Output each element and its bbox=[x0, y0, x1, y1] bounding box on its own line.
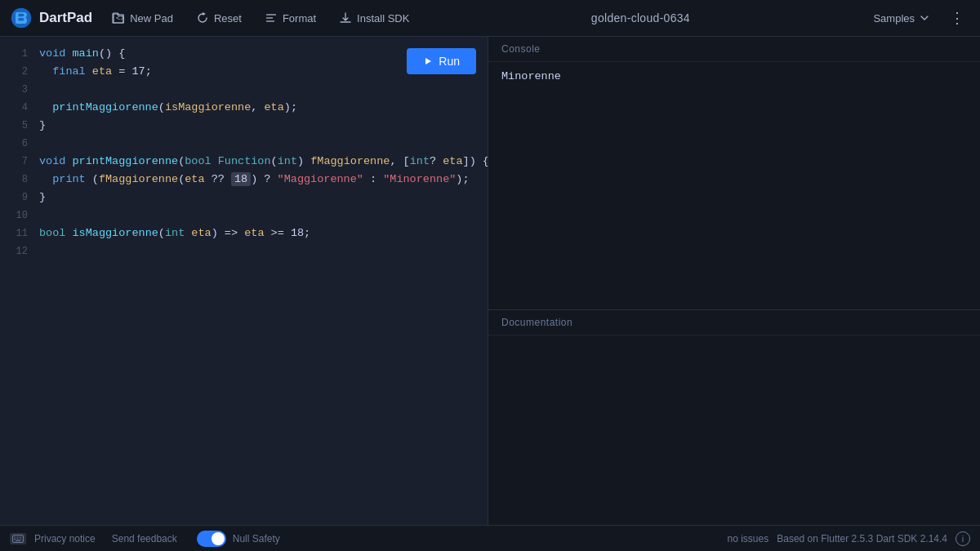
logo-text: DartPad bbox=[39, 10, 92, 26]
code-content bbox=[39, 242, 479, 260]
console-label: Console bbox=[488, 37, 980, 62]
run-label: Run bbox=[439, 55, 460, 68]
keyboard-icon bbox=[10, 533, 26, 544]
null-safety-label: Null Safety bbox=[233, 533, 280, 544]
line-number: 1 bbox=[8, 47, 28, 62]
line-number: 11 bbox=[8, 226, 28, 242]
line-number: 4 bbox=[8, 100, 28, 116]
code-line: 3 bbox=[0, 81, 488, 99]
code-content bbox=[39, 207, 479, 224]
more-options-button[interactable]: ⋮ bbox=[944, 5, 970, 31]
svg-rect-5 bbox=[13, 535, 24, 542]
issues-badge: no issues bbox=[728, 533, 769, 544]
new-pad-icon: <> bbox=[112, 11, 125, 24]
console-section: Console Minorenne bbox=[488, 37, 980, 310]
header: DartPad <> New Pad Reset Format Install … bbox=[0, 0, 980, 37]
code-content bbox=[39, 81, 479, 99]
send-feedback-link[interactable]: Send feedback bbox=[112, 533, 177, 544]
header-right: Samples ⋮ bbox=[862, 5, 970, 31]
reset-icon bbox=[196, 11, 209, 24]
code-content: printMaggiorenne(isMaggiorenne, eta); bbox=[39, 99, 479, 117]
reset-label: Reset bbox=[214, 12, 242, 24]
line-number: 5 bbox=[8, 118, 28, 134]
format-label: Format bbox=[283, 12, 316, 24]
footer: Privacy notice Send feedback Null Safety… bbox=[0, 525, 980, 551]
code-line: 6 bbox=[0, 135, 488, 153]
code-content: } bbox=[39, 189, 479, 207]
flutter-info: Based on Flutter 2.5.3 Dart SDK 2.14.4 bbox=[777, 533, 947, 544]
footer-left: Privacy notice Send feedback Null Safety bbox=[10, 531, 728, 547]
code-editor[interactable]: 1void main() {2 final eta = 17;3 4 print… bbox=[0, 37, 488, 525]
code-content: void printMaggiorenne(bool Function(int)… bbox=[39, 153, 488, 171]
svg-text:<>: <> bbox=[116, 14, 125, 22]
code-line: 9} bbox=[0, 189, 488, 207]
line-number: 9 bbox=[8, 190, 28, 206]
pad-name: golden-cloud-0634 bbox=[591, 11, 690, 24]
info-icon: i bbox=[962, 534, 964, 544]
code-line: 10 bbox=[0, 207, 488, 224]
footer-right: no issues Based on Flutter 2.5.3 Dart SD… bbox=[728, 531, 970, 546]
line-number: 12 bbox=[8, 244, 28, 260]
code-line: 12 bbox=[0, 242, 488, 260]
line-number: 10 bbox=[8, 208, 28, 224]
code-line: 7void printMaggiorenne(bool Function(int… bbox=[0, 153, 488, 171]
run-button[interactable]: Run bbox=[407, 48, 476, 74]
code-content: print (fMaggiorenne(eta ?? 18) ? "Maggio… bbox=[39, 171, 479, 189]
install-sdk-label: Install SDK bbox=[357, 12, 409, 24]
samples-button[interactable]: Samples bbox=[862, 7, 941, 29]
editor-area: Run 1void main() {2 final eta = 17;3 4 p… bbox=[0, 37, 488, 525]
null-safety-toggle[interactable] bbox=[197, 531, 226, 547]
format-icon bbox=[265, 11, 278, 24]
console-output: Minorenne bbox=[488, 62, 980, 309]
new-pad-label: New Pad bbox=[130, 12, 173, 24]
line-number: 2 bbox=[8, 64, 28, 80]
main-area: Run 1void main() {2 final eta = 17;3 4 p… bbox=[0, 37, 980, 525]
play-icon bbox=[423, 56, 433, 66]
reset-button[interactable]: Reset bbox=[186, 7, 252, 29]
code-content: bool isMaggiorenne(int eta) => eta >= 18… bbox=[39, 224, 479, 242]
chevron-down-icon bbox=[920, 13, 929, 23]
code-line: 11bool isMaggiorenne(int eta) => eta >= … bbox=[0, 224, 488, 242]
install-sdk-button[interactable]: Install SDK bbox=[329, 7, 419, 29]
code-line: 8 print (fMaggiorenne(eta ?? 18) ? "Magg… bbox=[0, 171, 488, 189]
line-number: 8 bbox=[8, 172, 28, 188]
format-button[interactable]: Format bbox=[255, 7, 326, 29]
null-safety-toggle-area: Null Safety bbox=[197, 531, 280, 547]
documentation-section: Documentation bbox=[488, 310, 980, 525]
more-icon: ⋮ bbox=[950, 9, 964, 27]
privacy-notice-link[interactable]: Privacy notice bbox=[34, 533, 96, 544]
samples-label: Samples bbox=[873, 12, 915, 24]
info-button[interactable]: i bbox=[956, 531, 970, 546]
dartpad-logo-icon bbox=[10, 7, 33, 29]
code-content bbox=[39, 135, 479, 153]
logo-area: DartPad bbox=[10, 7, 92, 29]
line-number: 3 bbox=[8, 82, 28, 98]
code-content: } bbox=[39, 117, 479, 135]
code-line: 5} bbox=[0, 117, 488, 135]
code-line: 4 printMaggiorenne(isMaggiorenne, eta); bbox=[0, 99, 488, 117]
install-sdk-icon bbox=[339, 11, 352, 24]
new-pad-button[interactable]: <> New Pad bbox=[102, 7, 183, 29]
documentation-label: Documentation bbox=[488, 310, 980, 335]
toggle-knob bbox=[212, 532, 225, 545]
line-number: 6 bbox=[8, 136, 28, 152]
right-panel: Console Minorenne Documentation bbox=[488, 37, 980, 525]
header-center: golden-cloud-0634 bbox=[422, 11, 858, 24]
line-number: 7 bbox=[8, 154, 28, 170]
